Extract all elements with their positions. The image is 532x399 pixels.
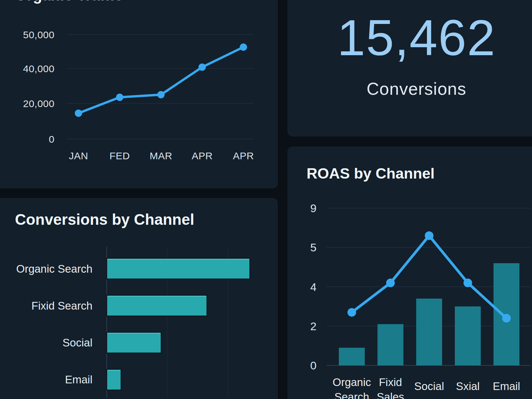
svg-text:MAR: MAR [150, 150, 172, 161]
svg-text:Social: Social [63, 336, 92, 349]
svg-text:2: 2 [310, 320, 317, 332]
svg-text:0: 0 [310, 359, 317, 372]
organic-traffic-panel: Organic Traffic 50,00040,00020,0000JANFE… [0, 0, 278, 188]
svg-text:APR: APR [192, 150, 212, 161]
svg-text:Social: Social [414, 380, 444, 392]
svg-text:0: 0 [49, 134, 55, 145]
svg-text:40,000: 40,000 [23, 63, 55, 74]
svg-text:Organic Search: Organic Search [16, 263, 92, 275]
svg-text:4: 4 [310, 281, 317, 293]
svg-text:OrganicSearch: OrganicSearch [332, 376, 371, 399]
kpi-label: Conversions [295, 79, 532, 98]
svg-text:FixidSales: FixidSales [377, 376, 404, 399]
svg-text:JAN: JAN [69, 150, 88, 161]
kpi-panel: 15,462 Conversions [288, 0, 532, 136]
svg-text:Sxial: Sxial [456, 380, 480, 392]
svg-text:Email: Email [493, 380, 520, 392]
svg-text:50,000: 50,000 [23, 29, 55, 40]
svg-text:5: 5 [310, 241, 317, 254]
svg-text:APR: APR [233, 150, 254, 161]
organic-traffic-chart: 50,00040,00020,0000JANFEDMARAPRAPR [0, 0, 278, 188]
kpi-value: 15,462 [295, 12, 532, 64]
svg-text:Fixid Search: Fixid Search [32, 300, 92, 312]
svg-text:9: 9 [310, 202, 317, 214]
svg-text:FED: FED [109, 150, 130, 161]
roas-by-channel-panel: ROAS by Channel 95420OrganicSearchFixidS… [288, 147, 532, 399]
dashboard: Organic Traffic 50,00040,00020,0000JANFE… [0, 0, 532, 399]
conversions-by-channel-panel: Conversions by Channel Organic SearchFix… [0, 198, 278, 399]
svg-text:Email: Email [65, 373, 92, 386]
svg-text:20,000: 20,000 [23, 98, 55, 109]
conversions-by-channel-chart: Organic SearchFixid SearchSocialEmail [0, 199, 278, 399]
roas-by-channel-chart: 95420OrganicSearchFixidSalesSocialSxialE… [295, 147, 532, 399]
